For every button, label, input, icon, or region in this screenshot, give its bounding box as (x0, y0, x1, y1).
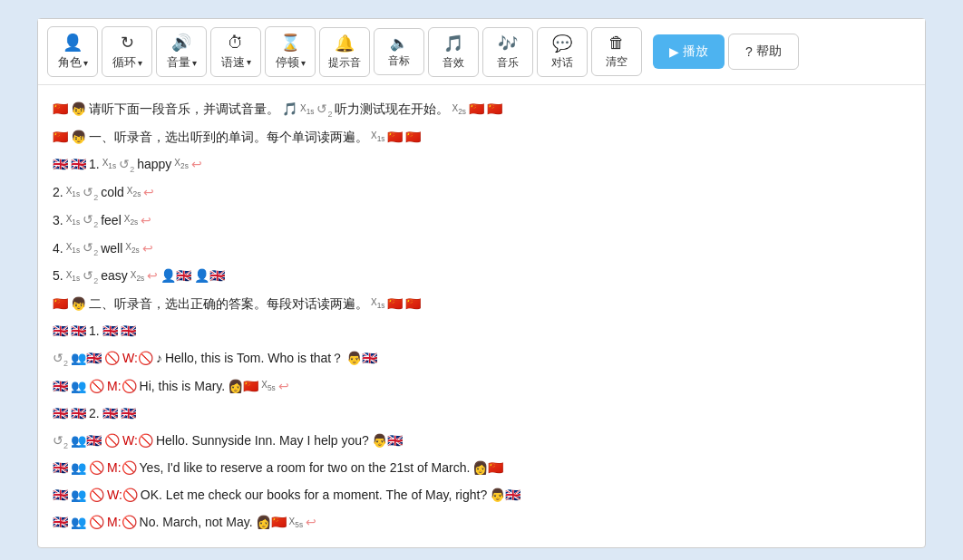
word-easy: easy (101, 263, 128, 288)
line-2: 🇨🇳 👦 一、听录音，选出听到的单词。每个单词读两遍。 X1s 🇨🇳 🇨🇳 (53, 124, 910, 150)
flag-uk-l12-3: 🇬🇧 (102, 401, 118, 426)
refresh-icon-1: ↺2 (316, 96, 332, 122)
toolbar: 👤 角色▾ ↻ 循环▾ 🔊 音量▾ ⏱ 语速▾ ⌛ (38, 19, 925, 85)
refresh-l13: ↺2 (53, 428, 68, 454)
clear-icon: 🗑 (608, 34, 625, 53)
content-area: 🇨🇳 👦 请听下面一段音乐，并调试音量。 🎵 X1s ↺2 听力测试现在开始。 … (38, 85, 925, 547)
tip-audio-button[interactable]: 🔔 提示音 (319, 27, 370, 77)
clear-label: 清空 (606, 54, 627, 70)
audio-mark-label: 音标 (388, 53, 410, 69)
line-3: 🇬🇧 🇬🇧 1. X1s ↺2 happy X2s ↩ (53, 151, 910, 178)
line-10: ↺2 👥🇬🇧 🚫 W:🚫 ♪ Hello, this is Tom. Who i… (53, 345, 910, 372)
dialog-label: 对话 (551, 55, 573, 71)
line-12: 🇬🇧 🇬🇧 2. 🇬🇧 🇬🇧 (53, 401, 910, 426)
dialog-icon: 💬 (552, 34, 572, 53)
clear-button[interactable]: 🗑 清空 (591, 27, 642, 76)
audio-mark-button[interactable]: 🔈 音标 (374, 28, 424, 75)
person-cn-l14: 👩🇨🇳 (472, 455, 503, 480)
flag-cn-l8-3: 🇨🇳 (405, 291, 421, 316)
line-14: 🇬🇧 👥 🚫 M:🚫 Yes, I'd like to reserve a ro… (53, 455, 910, 480)
no-icon-l13: 🚫 (104, 428, 120, 453)
person-cn-l11: 👩🇨🇳 (228, 373, 258, 399)
note-icon-l10: ♪ (156, 345, 162, 371)
w-no-l15: W:🚫 (107, 482, 138, 507)
w-no-icon-l10: W:🚫 (122, 345, 153, 371)
person-icon-8: 👦 (71, 291, 86, 316)
x1s-l3: X1s (102, 154, 116, 174)
line13-text: Hello. Sunnyside Inn. May I help you? (156, 428, 369, 453)
line2-text: 一、听录音，选出听到的单词。每个单词读两遍。 (89, 124, 368, 150)
redo-l5: ↩ (141, 208, 151, 233)
loop-button[interactable]: ↻ 循环▾ (102, 26, 152, 77)
refresh-l4: ↺2 (83, 179, 98, 206)
sound-effect-button[interactable]: 🎵 音效 (428, 27, 479, 77)
play-label: 播放 (683, 43, 708, 60)
x5s-l11: X5s (261, 376, 275, 396)
word-happy: happy (137, 151, 171, 177)
line-16: 🇬🇧 👥 🚫 M:🚫 No. March, not May. 👩🇨🇳 X5s ↩ (53, 509, 910, 535)
no-icon-l10: 🚫 (104, 345, 120, 371)
volume-icon: 🔊 (171, 33, 191, 53)
num-4: 4. (53, 236, 63, 261)
sound-effect-icon: 🎵 (443, 34, 463, 53)
flag-uk-l12-2: 🇬🇧 (71, 401, 86, 426)
line1-text: 请听下面一段音乐，并调试音量。 (89, 96, 279, 121)
help-label: 帮助 (756, 43, 782, 60)
no-icon-l11: 🚫 (89, 373, 104, 399)
x2s-l6: X2s (125, 238, 139, 258)
redo-l6: ↩ (142, 236, 153, 261)
line10-text: Hello, this is Tom. Who is that？ (165, 345, 344, 371)
person-flag-l7: 👤🇬🇧 (160, 263, 191, 288)
num-dialog-2: 2. (89, 401, 100, 426)
line-7: 5. X1s ↺2 easy X2s ↩ 👤🇬🇧 👤🇬🇧 (53, 263, 910, 289)
line-1: 🇨🇳 👦 请听下面一段音乐，并调试音量。 🎵 X1s ↺2 听力测试现在开始。 … (53, 96, 910, 122)
x5s-l16: X5s (289, 513, 303, 533)
role-icon: 👤 (63, 33, 83, 53)
dialog-button[interactable]: 💬 对话 (537, 27, 588, 77)
group-l15: 👥 (71, 482, 86, 507)
flag-uk-l3-2: 🇬🇧 (71, 151, 86, 177)
pause-icon: ⌛ (280, 33, 300, 53)
flag-uk-l9-2: 🇬🇧 (71, 318, 86, 343)
word-well: well (101, 236, 122, 261)
x1s-badge: X1s (300, 100, 314, 120)
music-button[interactable]: 🎶 音乐 (482, 27, 533, 77)
line8-text: 二、听录音，选出正确的答案。每段对话读两遍。 (89, 291, 368, 316)
loop-label: 循环▾ (112, 54, 142, 71)
line11-text: Hi, this is Mary. (140, 373, 226, 399)
play-button[interactable]: ▶ 播放 (653, 34, 725, 69)
refresh-l6: ↺2 (83, 235, 98, 261)
redo-l3: ↩ (191, 151, 202, 177)
w-no-l13: W:🚫 (122, 428, 153, 453)
word-feel: feel (101, 208, 122, 233)
line15-text: OK. Let me check our books for a moment.… (141, 482, 487, 507)
pause-label: 停顿▾ (276, 54, 306, 71)
tip-audio-label: 提示音 (328, 55, 361, 71)
speed-button[interactable]: ⏱ 语速▾ (210, 27, 261, 77)
role-button[interactable]: 👤 角色▾ (47, 26, 98, 77)
x1s-l5: X1s (66, 210, 80, 230)
flag-uk-l9-3: 🇬🇧 (102, 318, 118, 343)
x2s-badge: X2s (452, 100, 465, 120)
volume-button[interactable]: 🔊 音量▾ (156, 26, 207, 77)
x2s-l3: X2s (174, 154, 188, 174)
person-uk-l10: 👨🇬🇧 (346, 345, 377, 371)
refresh-l10: ↺2 (53, 345, 68, 372)
tip-audio-icon: 🔔 (335, 34, 355, 53)
flag-uk-l3: 🇬🇧 (53, 151, 68, 177)
x1s-l8: X1s (371, 294, 384, 314)
flag-cn: 🇨🇳 (53, 96, 68, 121)
flag-uk-l15: 🇬🇧 (53, 482, 68, 507)
refresh-l5: ↺2 (83, 207, 98, 233)
help-button[interactable]: ? 帮助 (728, 34, 799, 70)
num-2: 2. (53, 179, 63, 205)
redo-l7: ↩ (147, 263, 158, 288)
pause-button[interactable]: ⌛ 停顿▾ (265, 26, 316, 77)
music-label: 音乐 (497, 55, 519, 71)
flag-cn-l2-3: 🇨🇳 (405, 124, 421, 150)
x2s-l4: X2s (127, 182, 141, 202)
refresh-l3: ↺2 (119, 151, 134, 178)
play-icon: ▶ (669, 44, 679, 59)
person-cn-l16: 👩🇨🇳 (256, 509, 287, 535)
speed-icon: ⏱ (228, 34, 244, 53)
